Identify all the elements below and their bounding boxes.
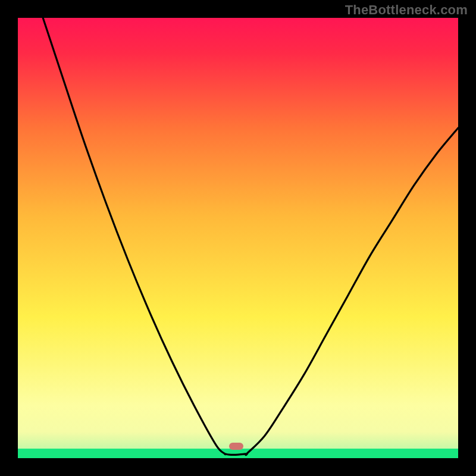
watermark-text: TheBottleneck.com — [345, 2, 468, 18]
plot-area — [18, 18, 458, 458]
curve-svg — [18, 18, 458, 458]
bottleneck-curve — [43, 18, 458, 455]
chart-stage: TheBottleneck.com — [0, 0, 476, 476]
minimum-marker-icon — [229, 443, 243, 450]
